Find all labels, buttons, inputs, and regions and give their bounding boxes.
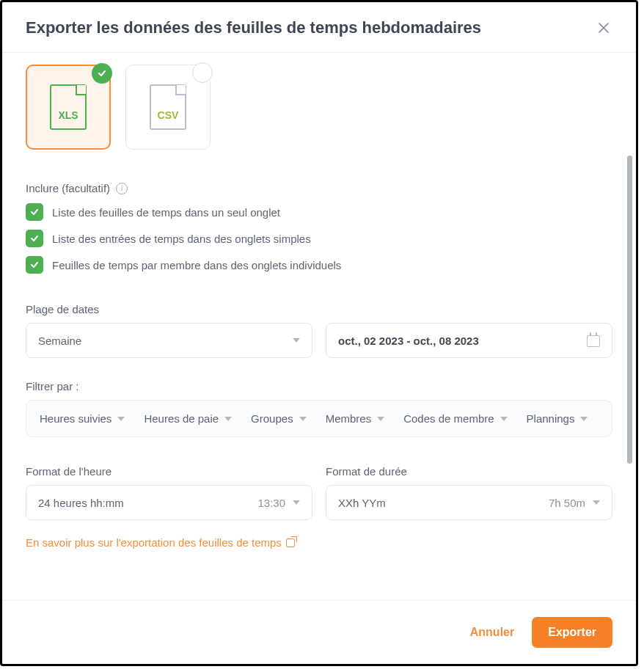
unselected-radio-icon [192, 62, 213, 83]
date-range-row: Plage de dates Semaine oct., 02 2023 - o… [26, 303, 612, 358]
chevron-down-icon [293, 500, 300, 505]
date-range-value: oct., 02 2023 - oct., 08 2023 [338, 335, 579, 347]
filter-member-codes[interactable]: Codes de membre [403, 412, 507, 425]
date-picker-field: oct., 02 2023 - oct., 08 2023 [326, 303, 612, 358]
filter-box: Heures suivies Heures de paie Groupes Me… [26, 400, 612, 437]
modal-header: Exporter les données des feuilles de tem… [2, 2, 636, 53]
checkbox-timesheets-single-tab[interactable] [26, 203, 43, 221]
duration-format-field: Format de durée XXh YYm 7h 50m [326, 465, 612, 520]
format-selects-row: Format de l'heure 24 heures hh:mm 13:30 … [26, 465, 612, 520]
checkbox-time-entries-simple-tabs[interactable] [26, 230, 43, 247]
include-option-3: Feuilles de temps par membre dans des on… [26, 256, 612, 274]
date-range-label: Plage de dates [26, 303, 312, 315]
time-format-select[interactable]: 24 heures hh:mm 13:30 [26, 485, 312, 520]
info-icon[interactable]: i [116, 183, 128, 194]
include-option-2: Liste des entrées de temps dans des ongl… [26, 230, 612, 247]
chevron-down-icon [224, 417, 232, 421]
modal-body: XLS CSV Inclure (facultatif) i Liste des… [2, 53, 636, 600]
time-format-hint: 13:30 [257, 497, 285, 509]
selected-check-icon [92, 63, 112, 84]
date-range-picker[interactable]: oct., 02 2023 - oct., 08 2023 [326, 323, 612, 358]
chevron-down-icon [293, 338, 300, 343]
include-section-label: Inclure (facultatif) i [26, 182, 612, 194]
check-icon [29, 260, 40, 270]
chevron-down-icon [593, 500, 600, 505]
chevron-down-icon [580, 417, 588, 421]
period-select[interactable]: Semaine [26, 323, 312, 358]
chevron-down-icon [500, 417, 508, 421]
period-field: Plage de dates Semaine [26, 303, 312, 358]
chevron-down-icon [117, 417, 125, 421]
chevron-down-icon [377, 417, 384, 421]
scrollbar-thumb[interactable] [627, 156, 632, 464]
format-option-csv[interactable]: CSV [125, 65, 211, 150]
calendar-icon [587, 334, 600, 347]
time-format-value: 24 heures hh:mm [38, 497, 124, 509]
external-link-icon [286, 538, 295, 547]
export-button[interactable]: Exporter [532, 617, 612, 648]
learn-more-link[interactable]: En savoir plus sur l'exportation des feu… [26, 536, 295, 549]
xls-file-icon: XLS [50, 84, 87, 130]
filter-groups[interactable]: Groupes [251, 412, 307, 425]
duration-format-select[interactable]: XXh YYm 7h 50m [326, 485, 612, 520]
period-value: Semaine [38, 335, 81, 347]
duration-format-hint: 7h 50m [549, 497, 585, 509]
chevron-down-icon [299, 417, 307, 421]
close-button[interactable] [595, 19, 612, 37]
format-options: XLS CSV [26, 65, 612, 150]
check-icon [29, 207, 40, 217]
time-format-field: Format de l'heure 24 heures hh:mm 13:30 [26, 465, 312, 520]
filter-label: Filtrer par : [26, 380, 612, 392]
include-option-1-label: Liste des feuilles de temps dans un seul… [52, 206, 280, 219]
check-icon [29, 233, 40, 244]
modal-title: Exporter les données des feuilles de tem… [26, 18, 481, 37]
filter-members[interactable]: Membres [326, 412, 385, 425]
filter-pay-hours[interactable]: Heures de paie [144, 412, 232, 425]
close-icon [596, 21, 611, 35]
include-option-3-label: Feuilles de temps par membre dans des on… [52, 259, 341, 271]
learn-more-row: En savoir plus sur l'exportation des feu… [26, 536, 612, 549]
filter-tracked-hours[interactable]: Heures suivies [40, 412, 125, 425]
export-modal: Exporter les données des feuilles de tem… [0, 0, 638, 666]
csv-file-icon: CSV [150, 84, 186, 130]
modal-footer: Annuler Exporter [2, 600, 636, 664]
time-format-label: Format de l'heure [26, 465, 312, 478]
include-option-2-label: Liste des entrées de temps dans des ongl… [52, 233, 311, 245]
checkbox-timesheets-per-member[interactable] [26, 256, 43, 274]
format-option-xls[interactable]: XLS [26, 65, 111, 150]
cancel-button[interactable]: Annuler [470, 626, 514, 639]
duration-format-label: Format de durée [326, 465, 612, 478]
duration-format-value: XXh YYm [338, 497, 386, 509]
filter-schedules[interactable]: Plannings [527, 412, 588, 425]
include-option-1: Liste des feuilles de temps dans un seul… [26, 203, 612, 221]
